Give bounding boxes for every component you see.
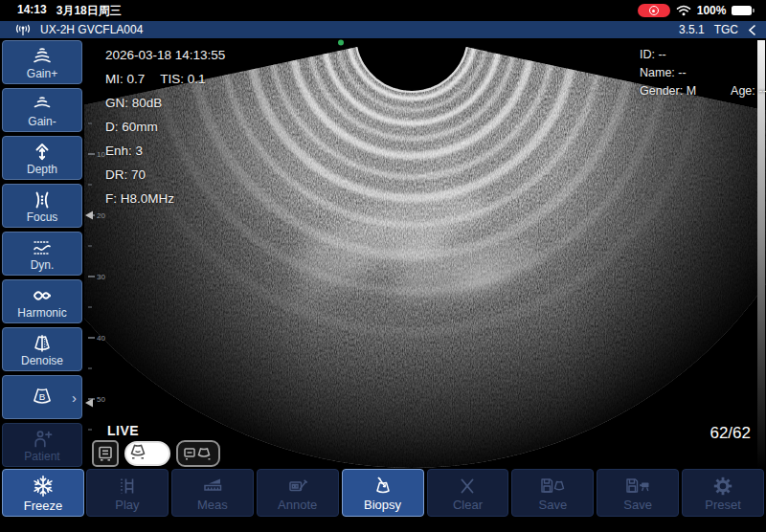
freeze-label: Freeze: [24, 499, 62, 513]
dual-view-button[interactable]: [176, 440, 220, 467]
gain-minus-icon: [30, 93, 55, 116]
patient-name: Name: --: [640, 64, 766, 82]
battery-icon: [732, 6, 755, 15]
tgc-button[interactable]: TGC: [714, 23, 738, 36]
patient-label: Patient: [24, 451, 59, 462]
save-video-button[interactable]: Save: [597, 469, 679, 517]
svg-text:50: 50: [97, 395, 105, 404]
enhance-value: Enh: 3: [105, 139, 225, 163]
cine-play-icon: [116, 475, 139, 498]
depth-label: Depth: [27, 164, 57, 175]
view-mode-switcher: [92, 440, 220, 467]
depth-value: D: 60mm: [105, 115, 225, 139]
depth-icon: [30, 141, 55, 164]
harmonic-label: Harmonic: [17, 307, 66, 319]
denoise-label: Denoise: [21, 355, 63, 366]
left-control-sidebar: Gain+ Gain- Depth: [0, 38, 84, 467]
gain-plus-label: Gain+: [27, 68, 57, 79]
bottom-toolbar: Play Meas Annote: [86, 469, 764, 517]
gain-plus-button[interactable]: Gain+: [2, 40, 82, 84]
biopsy-button[interactable]: Biopsy: [342, 469, 424, 517]
focus-button[interactable]: Focus: [2, 184, 82, 228]
mi-value: MI: 0.7: [105, 72, 145, 86]
b-probe-icon: B: [28, 385, 56, 410]
measure-icon: [201, 475, 224, 498]
denoise-button[interactable]: Denoise: [2, 327, 82, 371]
clear-button[interactable]: Clear: [427, 469, 509, 517]
gain-plus-icon: [30, 45, 55, 68]
scan-datetime: 2026-03-18 14:13:55: [105, 43, 225, 67]
play-label: Play: [115, 499, 139, 511]
patient-icon: [30, 428, 55, 451]
patient-id: ID: --: [640, 46, 766, 64]
battery-percent: 100%: [697, 4, 727, 17]
annote-button[interactable]: Annote: [257, 469, 339, 517]
frequency-value: F: H8.0MHz: [105, 187, 225, 211]
clock-date: 3月18日周三: [56, 3, 122, 19]
dynamic-range-icon: [30, 236, 55, 259]
scan-parameters-overlay: 2026-03-18 14:13:55 MI: 0.7TIS: 0.1 GN: …: [105, 43, 225, 211]
screen-record-indicator-icon[interactable]: [638, 4, 670, 17]
b-probe-button[interactable]: B › B: [2, 375, 82, 419]
preset-button[interactable]: Preset: [682, 469, 764, 517]
harmonic-button[interactable]: Harmonic: [2, 279, 82, 323]
app-title-bar: UX-2H GVCFLA004 3.5.1 TGC: [0, 21, 766, 38]
wifi-icon: [676, 5, 691, 16]
svg-text:30: 30: [97, 273, 105, 281]
gain-minus-button[interactable]: Gain-: [2, 88, 82, 132]
frame-counter: 62/62: [710, 424, 751, 443]
b-fan-view-button[interactable]: [124, 441, 170, 466]
chevron-right-icon: ›: [72, 389, 77, 406]
save-image-icon: [538, 475, 567, 498]
report-view-button[interactable]: [92, 440, 119, 467]
play-button[interactable]: Play: [86, 469, 169, 517]
svg-text:20: 20: [97, 211, 105, 220]
save-video-label: Save: [623, 499, 652, 511]
patient-age: Age: --: [731, 82, 766, 100]
meas-label: Meas: [197, 499, 228, 511]
patient-gender: Gender: M: [640, 82, 696, 100]
preset-gear-icon: [711, 475, 734, 498]
patient-button[interactable]: Patient: [2, 423, 82, 467]
annote-label: Annote: [278, 499, 317, 511]
ios-status-bar: 14:13 3月18日周三 100%: [0, 0, 766, 21]
denoise-icon: [30, 332, 55, 355]
harmonic-icon: [29, 284, 56, 307]
device-title: UX-2H GVCFLA004: [40, 23, 143, 36]
gain-minus-label: Gain-: [28, 116, 56, 127]
freeze-button[interactable]: Freeze: [2, 469, 84, 517]
chevron-left-icon[interactable]: [748, 24, 756, 36]
svg-text:40: 40: [97, 334, 105, 343]
app-version: 3.5.1: [679, 23, 705, 36]
biopsy-label: Biopsy: [364, 499, 401, 511]
antenna-icon: [13, 24, 33, 36]
patient-info-overlay: ID: -- Name: -- Gender: M Age: --: [640, 46, 766, 100]
save-video-icon: [623, 475, 652, 498]
meas-button[interactable]: Meas: [171, 469, 254, 517]
grayscale-bar: [757, 40, 765, 469]
live-status-label: LIVE: [107, 423, 139, 438]
depth-button[interactable]: Depth: [2, 136, 82, 180]
clock-time: 14:13: [17, 3, 47, 19]
ultrasound-image-area[interactable]: 10 20 30 40 50 2026-03-18 14:13:55 MI: 0…: [84, 38, 766, 469]
dynamic-range-value: DR: 70: [105, 163, 225, 187]
preset-label: Preset: [705, 499, 741, 511]
save-image-button[interactable]: Save: [511, 469, 594, 517]
biopsy-icon: [371, 475, 395, 498]
ultrasound-app-screen: 14:13 3月18日周三 100% UX-2H GVCFL: [0, 0, 766, 532]
focus-icon: [30, 188, 55, 211]
gain-value: GN: 80dB: [105, 91, 225, 115]
orientation-marker-dot: [338, 40, 344, 46]
dynamic-range-label: Dyn.: [31, 259, 55, 271]
annotate-icon: [286, 475, 309, 498]
clear-label: Clear: [453, 499, 483, 511]
clear-icon: [456, 475, 479, 498]
focus-label: Focus: [27, 211, 58, 223]
snowflake-icon: [31, 474, 56, 499]
dynamic-range-button[interactable]: Dyn.: [2, 232, 82, 276]
save-image-label: Save: [538, 499, 567, 511]
svg-text:B: B: [39, 391, 46, 402]
tis-value: TIS: 0.1: [160, 72, 205, 86]
